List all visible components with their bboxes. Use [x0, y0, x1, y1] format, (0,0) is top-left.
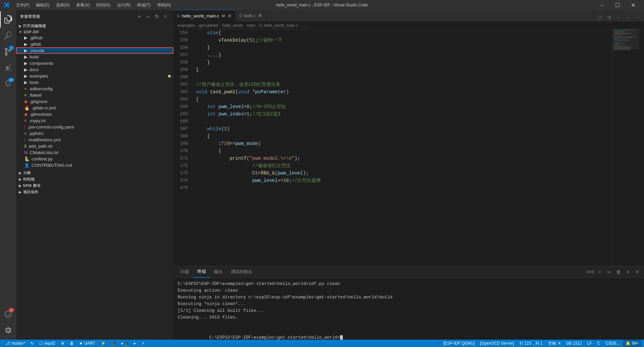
- status-monitor[interactable]: 📺: [108, 340, 119, 347]
- terminal-new-button[interactable]: +: [596, 268, 604, 276]
- tree-item-editorconfig[interactable]: ≡ .editorconfig: [16, 86, 173, 92]
- scrollbar-track[interactable]: [639, 29, 644, 266]
- breadcrumb-part-get-started[interactable]: get-started: [199, 23, 218, 28]
- status-git-branch[interactable]: ⎇ master*: [3, 340, 28, 347]
- tree-item-github[interactable]: ▶ .github: [16, 35, 173, 41]
- status-sync[interactable]: ↻: [28, 340, 37, 347]
- tree-item-conftest[interactable]: 🐍 conftest.py: [16, 156, 173, 162]
- settings-activity-icon[interactable]: [0, 322, 16, 338]
- breadcrumb-part-filename[interactable]: hello_world_main.c: [264, 23, 298, 28]
- status-openocd[interactable]: [OpenOCD Server]: [477, 340, 517, 347]
- outline-section[interactable]: ▶ 大纲: [16, 170, 173, 176]
- breadcrumb-part-ellipsis[interactable]: ...: [302, 23, 306, 28]
- new-folder-button[interactable]: ⎓: [145, 13, 152, 20]
- terminal-close-button[interactable]: ✕: [633, 268, 641, 276]
- open-editors-section[interactable]: ▶ 打开的编辑器: [16, 23, 173, 29]
- tree-item-examples[interactable]: ▶ examples: [16, 73, 173, 79]
- terminal-tab-debug-console[interactable]: 调试控制台: [227, 266, 257, 278]
- status-open-config[interactable]: ↗: [139, 340, 147, 347]
- tree-item-build[interactable]: ▶ build: [16, 54, 173, 60]
- tree-item-gitlab[interactable]: ▶ .gitlab: [16, 41, 173, 47]
- status-clean[interactable]: 🗑: [67, 340, 76, 347]
- status-qemu[interactable]: [ESP-IDF QEMU]: [441, 340, 477, 347]
- breadcrumb-sep5: ›: [300, 23, 301, 28]
- menu-file[interactable]: 文件(F): [13, 2, 32, 9]
- tab-task-c[interactable]: C task.c ✕: [236, 10, 266, 21]
- tab-close-hello-world[interactable]: ✕: [227, 13, 232, 18]
- restore-button[interactable]: ☐: [610, 0, 625, 10]
- terminal-tab-output[interactable]: 输出: [210, 266, 227, 278]
- npm-section[interactable]: ▶ NPM 脚本: [16, 183, 173, 189]
- status-encoding[interactable]: GB 2312: [563, 340, 584, 347]
- status-flash-monitor[interactable]: ▸📺: [119, 340, 131, 347]
- more-actions-button[interactable]: ⋯: [633, 13, 641, 21]
- search-activity-icon[interactable]: [0, 28, 16, 44]
- tree-item-precommit[interactable]: ! .pre-commit-config.yaml: [16, 124, 173, 130]
- menu-goto[interactable]: 转到(G): [94, 2, 113, 9]
- status-uart[interactable]: ★ UART: [76, 340, 98, 347]
- source-control-activity-icon[interactable]: 1: [0, 44, 16, 60]
- status-extension[interactable]: CSDE...: [603, 340, 623, 347]
- breadcrumb-part-main[interactable]: main: [247, 23, 255, 28]
- tree-item-vscode[interactable]: ▶ .vscode: [16, 47, 173, 54]
- code-editor[interactable]: 154 155 156 157 158 159 160 161 162 163 …: [174, 29, 612, 266]
- tree-item-addpath[interactable]: $ add_path.sh: [16, 143, 173, 149]
- collapse-all-button[interactable]: ≡: [162, 13, 169, 20]
- status-idf-settings[interactable]: ⚙: [58, 340, 67, 347]
- remote-activity-icon[interactable]: 人 3: [0, 306, 16, 322]
- tree-item-docs[interactable]: ▶ docs: [16, 66, 173, 73]
- menu-select[interactable]: 选择(S): [53, 2, 72, 9]
- go-back-button[interactable]: ←: [614, 13, 623, 21]
- status-flash[interactable]: ⚡: [98, 340, 108, 347]
- tree-item-flake8[interactable]: ≡ .flake8: [16, 92, 173, 98]
- status-cursor-position[interactable]: 行 223，列 1: [517, 340, 545, 347]
- minimize-button[interactable]: ‒: [594, 0, 610, 10]
- split-editor-button[interactable]: ☐: [596, 13, 604, 21]
- refresh-button[interactable]: ↻: [153, 13, 161, 20]
- breadcrumb-part-hello-world[interactable]: hello_world: [222, 23, 243, 28]
- terminal-tab-problems[interactable]: 问题: [176, 266, 193, 278]
- tree-item-gitmodules[interactable]: ◆ .gitmodules: [16, 111, 173, 117]
- tree-item-gitignore[interactable]: ◆ .gitignore: [16, 98, 173, 105]
- code-content[interactable]: else{ vTaskDelay(5);//延时一下 } ....} } } /…: [191, 29, 612, 266]
- project-components-section[interactable]: ▶ 项目组件: [16, 189, 173, 195]
- status-esp32[interactable]: ☐ esp32: [37, 340, 58, 347]
- menu-help[interactable]: 帮助(H): [155, 2, 174, 9]
- tree-item-cmakelists[interactable]: M CMakeLists.txt: [16, 149, 173, 156]
- terminal-maximize-button[interactable]: ∧: [624, 268, 632, 276]
- timeline-section[interactable]: ▶ 时间线: [16, 176, 173, 183]
- status-indent[interactable]: 空格: 4: [545, 340, 563, 347]
- breadcrumb-part-examples[interactable]: examples: [178, 23, 195, 28]
- new-file-button[interactable]: +: [136, 13, 143, 20]
- menu-run[interactable]: 运行(R): [114, 2, 133, 9]
- go-forward-button[interactable]: →: [624, 13, 632, 21]
- run-activity-icon[interactable]: [0, 60, 16, 76]
- tree-item-pylintrc[interactable]: ≡ .pylintrc: [16, 130, 173, 137]
- close-button[interactable]: ✕: [625, 0, 641, 10]
- terminal-content[interactable]: C:\ESP32\ESP-IDF\examples\get-started\he…: [174, 278, 644, 340]
- tree-item-label: add_path.sh: [29, 144, 53, 149]
- explorer-activity-icon[interactable]: [0, 11, 16, 28]
- terminal-split-button[interactable]: ═: [605, 268, 613, 276]
- tree-item-contributing[interactable]: 👤 CONTRIBUTING.md: [16, 162, 173, 168]
- menu-terminal[interactable]: 终端(T): [135, 2, 153, 9]
- status-language[interactable]: C: [595, 340, 603, 347]
- terminal-tab-terminal[interactable]: 终端: [193, 266, 210, 278]
- menu-edit[interactable]: 编辑(E): [33, 2, 52, 9]
- extensions-activity-icon[interactable]: 20: [0, 76, 16, 92]
- tab-close-task[interactable]: ✕: [257, 13, 263, 18]
- history-back-button[interactable]: ↺: [605, 13, 613, 21]
- tree-item-readthedocs[interactable]: ! .readthedocs.yml: [16, 137, 173, 143]
- terminal-kill-button[interactable]: 🗑: [614, 268, 623, 276]
- tree-item-tools[interactable]: ▶ tools: [16, 79, 173, 86]
- menu-view[interactable]: 查看(V): [73, 2, 92, 9]
- tree-item-mypy[interactable]: ≡ .mypy.ini: [16, 117, 173, 124]
- esp-idf-root[interactable]: ▼ ESP-IDF: [16, 29, 173, 35]
- status-notifications[interactable]: 🔔 99+: [623, 340, 641, 347]
- terminal-shell-select[interactable]: cmd: [586, 268, 594, 276]
- tree-item-gitlab-ci[interactable]: 🔥 .gitlab-ci.yml: [16, 105, 173, 111]
- status-line-ending[interactable]: LF: [585, 340, 595, 347]
- status-build[interactable]: ▸: [131, 340, 139, 347]
- tab-hello-world-main[interactable]: C hello_world_main.c M ✕: [174, 10, 236, 21]
- tree-item-components[interactable]: ▶ components: [16, 60, 173, 66]
